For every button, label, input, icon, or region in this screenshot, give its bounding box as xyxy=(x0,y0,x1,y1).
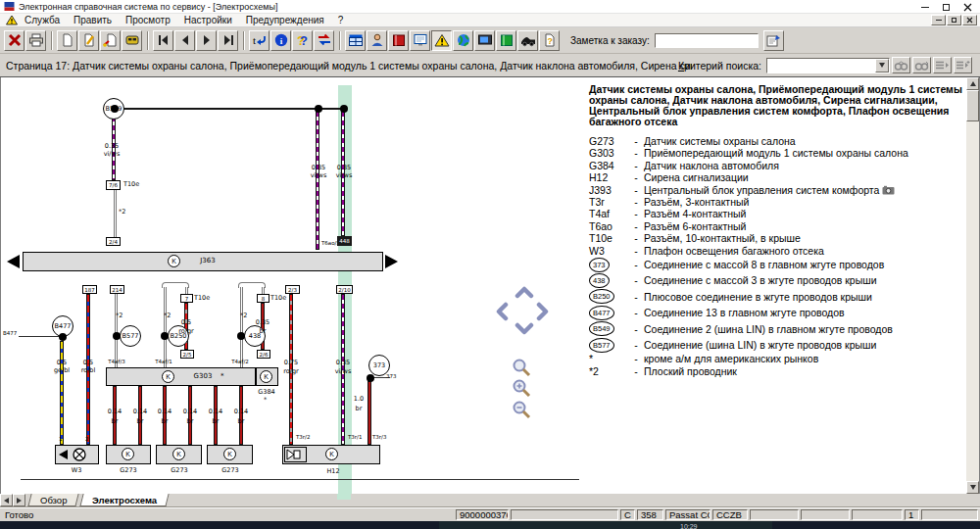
menu-item-nastroiki[interactable]: Настройки xyxy=(177,14,239,26)
bus-arrow-right-icon xyxy=(385,255,398,268)
new-doc-button[interactable] xyxy=(57,30,77,51)
first-page-button[interactable] xyxy=(153,30,173,51)
connector-label: T10e xyxy=(270,295,286,303)
legend-item: B577-Соединение (шина LIN) в жгуте прово… xyxy=(589,337,971,353)
web-button[interactable] xyxy=(453,30,473,51)
close-icon[interactable] xyxy=(963,3,972,12)
doc-help-button[interactable]: ? xyxy=(539,30,560,51)
status-cell xyxy=(511,509,618,520)
edit-doc-button[interactable] xyxy=(78,30,99,51)
pan-left-icon[interactable] xyxy=(496,302,509,321)
vehicle-data-button[interactable] xyxy=(517,30,538,51)
wire-size-label: 0.35 xyxy=(250,319,275,327)
chevron-down-icon xyxy=(970,485,976,490)
tab-schematic[interactable]: Электросхема xyxy=(80,494,170,506)
window-grid-icon xyxy=(348,33,364,47)
minimize-icon[interactable] xyxy=(921,7,929,8)
modules-button[interactable] xyxy=(345,30,366,51)
find-prev-button[interactable] xyxy=(912,57,931,73)
wire-color-label: vi/ws xyxy=(307,172,330,180)
camera-icon[interactable] xyxy=(882,185,895,195)
sheet-tab-bar: Обзор Электросхема xyxy=(0,494,980,507)
junction-dot xyxy=(237,332,245,340)
connector-label: T10e xyxy=(123,181,139,189)
add-all-to-list-button[interactable] xyxy=(954,57,972,73)
taskbar-app-segment[interactable] xyxy=(439,521,772,529)
pin-label: 2 xyxy=(85,436,89,442)
info-button[interactable]: i xyxy=(270,30,291,51)
find-next-button[interactable] xyxy=(892,57,910,73)
history-back-button[interactable]: t xyxy=(249,30,270,51)
wire-color-label: br xyxy=(128,418,152,426)
media-button[interactable] xyxy=(474,30,495,51)
prev-page-icon xyxy=(177,33,193,47)
tab-scroll-left-button[interactable] xyxy=(0,494,13,506)
manuals-button[interactable] xyxy=(388,30,409,51)
tab-scroll-right-button[interactable] xyxy=(13,494,25,506)
track-ref-box: 187 xyxy=(82,285,97,294)
os-taskbar[interactable]: 10:29 xyxy=(0,521,980,529)
pan-up-icon[interactable] xyxy=(514,286,534,299)
mdi-restore-icon[interactable] xyxy=(947,15,961,25)
component-label-g273: G273 xyxy=(114,467,143,475)
info-icon: i xyxy=(273,33,289,47)
scroll-down-button[interactable] xyxy=(966,481,979,494)
zoom-out-icon[interactable] xyxy=(512,401,533,419)
documents-button[interactable] xyxy=(410,30,430,51)
chevron-left-icon xyxy=(4,498,9,504)
mdi-close-icon[interactable] xyxy=(962,15,977,25)
zoom-in-icon[interactable] xyxy=(512,379,533,398)
component-g303[interactable] xyxy=(106,367,256,386)
flat-conductor xyxy=(240,287,243,367)
green-manual-button[interactable] xyxy=(496,30,516,51)
connection-b577[interactable]: B577 xyxy=(120,325,141,347)
abort-button[interactable] xyxy=(4,30,24,51)
status-cell: C xyxy=(620,509,635,520)
pin-label: T4af/2 xyxy=(225,359,255,364)
pin-label: T4af/1 xyxy=(149,359,178,364)
zoom-reset-icon[interactable] xyxy=(512,359,533,377)
pan-down-icon[interactable] xyxy=(514,322,534,335)
scrollbar-thumb[interactable] xyxy=(966,90,979,121)
prev-page-button[interactable] xyxy=(174,30,195,51)
help-button[interactable]: ?? xyxy=(292,30,313,51)
flat-conductor xyxy=(114,190,117,237)
menu-item-sluzhba[interactable]: Служба xyxy=(18,14,67,26)
add-to-list-button[interactable] xyxy=(933,57,952,73)
order-note-input[interactable] xyxy=(655,33,759,48)
pan-right-icon[interactable] xyxy=(536,302,549,321)
vertical-scrollbar[interactable] xyxy=(966,77,979,494)
menu-item-help[interactable]: ? xyxy=(331,14,351,26)
menu-item-prosmotr[interactable]: Просмотр xyxy=(119,14,177,26)
green-book-icon xyxy=(499,33,514,47)
print-button[interactable] xyxy=(25,30,46,51)
wire-color-label: br xyxy=(153,418,176,426)
sync-button[interactable] xyxy=(314,30,334,51)
tab-overview[interactable]: Обзор xyxy=(27,494,79,506)
last-page-button[interactable] xyxy=(218,30,238,51)
order-note-button[interactable] xyxy=(763,30,784,51)
track-ref-box: 2/3 xyxy=(285,285,300,294)
warning-icon xyxy=(6,15,18,25)
combo-dropdown-button[interactable] xyxy=(875,59,889,72)
wire-color-label: br xyxy=(103,418,126,426)
mdi-minimize-icon[interactable] xyxy=(931,15,946,25)
vehicle-button[interactable] xyxy=(122,30,142,51)
menu-item-preduprezhdeniya[interactable]: Предупреждения xyxy=(239,14,331,26)
next-page-button[interactable] xyxy=(196,30,217,51)
import-doc-button[interactable] xyxy=(100,30,121,51)
menu-item-pravit[interactable]: Править xyxy=(67,14,119,26)
track-ref-box: 214 xyxy=(110,285,124,294)
wire-color-label: br xyxy=(250,328,275,336)
customer-button[interactable] xyxy=(367,30,387,51)
scroll-up-button[interactable] xyxy=(966,77,979,90)
status-bar: Готово 9000000376 C 358 Passat CC CCZB 1 xyxy=(0,507,980,521)
page-title: Страница 17: Датчик системы охраны салон… xyxy=(6,60,692,72)
track-ref-box: 2/4 xyxy=(106,237,121,246)
search-input[interactable] xyxy=(767,59,875,72)
wiring-diagrams-button[interactable] xyxy=(431,30,452,51)
search-combobox[interactable] xyxy=(766,58,890,73)
first-page-icon xyxy=(156,33,172,47)
status-cell xyxy=(801,509,850,520)
maximize-icon[interactable] xyxy=(943,4,950,11)
